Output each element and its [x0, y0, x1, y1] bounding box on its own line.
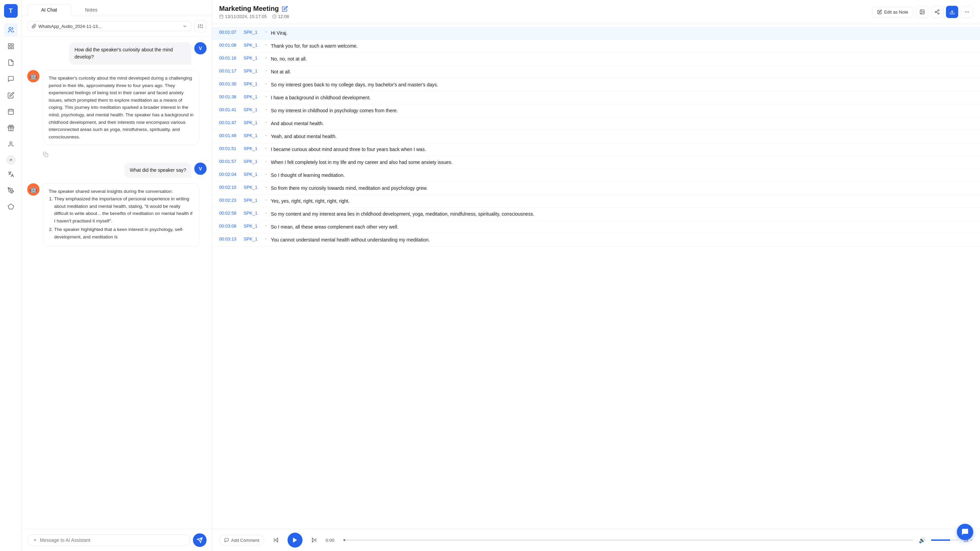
transcript-speaker: SPK_1 [243, 146, 264, 151]
share-button[interactable] [931, 6, 943, 18]
sidebar-item-people[interactable] [4, 23, 18, 37]
transcript-row[interactable]: 00:01:08 SPK_1 Thank you for, for such a… [212, 40, 980, 53]
edit-title-icon[interactable] [282, 6, 288, 12]
transcript-row[interactable]: 00:01:38 SPK_1 I have a background in ch… [212, 92, 980, 105]
transcript-chevron-icon [264, 94, 271, 98]
file-selector-button[interactable]: WhatsApp_Audio_2024-11-13... [27, 21, 192, 31]
transcript-speaker: SPK_1 [243, 211, 264, 216]
sliders-icon [198, 24, 203, 29]
sidebar-item-user[interactable] [4, 137, 18, 151]
transcript-row[interactable]: 00:01:17 SPK_1 Not at all. [212, 66, 980, 79]
transcript-chevron-icon [264, 43, 271, 47]
tab-notes[interactable]: Notes [71, 4, 111, 16]
transcript-time: 00:01:30 [219, 81, 243, 86]
sidebar-item-diamond[interactable] [4, 200, 18, 214]
app-logo: T [4, 4, 18, 18]
ai-avatar-2: 🤖 [27, 183, 40, 195]
volume-slider[interactable] [931, 540, 958, 541]
transcript-row[interactable]: 00:02:04 SPK_1 So I thought of learning … [212, 169, 980, 182]
transcript-speaker: SPK_1 [243, 81, 264, 86]
transcript-chevron-icon [264, 198, 271, 202]
ai-avatar-1: 🤖 [27, 70, 40, 82]
filter-settings-button[interactable] [194, 20, 207, 32]
more-options-button[interactable] [961, 6, 973, 18]
user-bubble-2: What did the speaker say? [124, 163, 192, 178]
sidebar-item-calendar[interactable] [4, 105, 18, 118]
transcript-chevron-icon [264, 81, 271, 86]
user-message-1: How did the speaker's curiosity about th… [27, 42, 207, 65]
transcript-area: 00:01:07 SPK_1 Hi Viraj. 00:01:08 SPK_1 … [212, 24, 980, 529]
progress-bar[interactable] [343, 540, 913, 541]
transcript-time: 00:03:13 [219, 237, 243, 241]
sidebar-item-file[interactable] [4, 56, 18, 69]
support-chat-button[interactable] [957, 524, 973, 540]
transcript-row[interactable]: 00:01:41 SPK_1 So my interest in childho… [212, 105, 980, 118]
play-button[interactable] [288, 533, 302, 548]
header-actions: Edit as Note [872, 6, 973, 18]
add-comment-button[interactable]: Add Comment [219, 535, 264, 546]
sidebar-item-pen[interactable] [4, 184, 18, 197]
transcript-row[interactable]: 00:01:47 SPK_1 And about mental health. [212, 118, 980, 130]
edit-as-note-button[interactable]: Edit as Note [872, 7, 913, 17]
volume-icon: 🔊 [919, 537, 926, 543]
transcript-time: 00:02:23 [219, 198, 243, 203]
transcript-time: 00:03:08 [219, 224, 243, 229]
transcript-time: 00:02:10 [219, 185, 243, 190]
sidebar-item-translate[interactable] [4, 167, 18, 181]
transcript-row[interactable]: 00:03:13 SPK_1 You cannot understand men… [212, 233, 980, 246]
transcript-speaker: SPK_1 [243, 30, 264, 35]
transcript-row[interactable]: 00:02:58 SPK_1 So my content and my inte… [212, 208, 980, 221]
sidebar-item-gift[interactable] [4, 121, 18, 135]
transcript-speaker: SPK_1 [243, 107, 264, 112]
transcript-row[interactable]: 00:03:08 SPK_1 So I mean, all these area… [212, 221, 980, 233]
transcript-chevron-icon [264, 224, 271, 228]
transcript-speaker: SPK_1 [243, 133, 264, 138]
transcript-text: Yeah, and about mental health. [271, 133, 973, 140]
sidebar-item-grid[interactable] [4, 40, 18, 53]
forward-button[interactable] [308, 534, 320, 546]
transcript-chevron-icon [264, 68, 271, 73]
transcript-time: 00:02:58 [219, 211, 243, 216]
transcript-speaker: SPK_1 [243, 56, 264, 60]
svg-marker-13 [8, 204, 14, 209]
share-icon [934, 9, 940, 14]
transcript-row[interactable]: 00:01:57 SPK_1 When I felt completely lo… [212, 156, 980, 169]
svg-point-0 [9, 27, 11, 30]
sidebar-expand-btn[interactable] [6, 155, 16, 165]
download-button[interactable] [946, 6, 958, 18]
sidebar: T [0, 0, 22, 551]
transcript-row[interactable]: 00:02:10 SPK_1 So from there my curiosit… [212, 182, 980, 195]
transcript-row[interactable]: 00:01:49 SPK_1 Yeah, and about mental he… [212, 130, 980, 143]
transcript-row[interactable]: 00:01:07 SPK_1 Hi Viraj. [212, 27, 980, 40]
ai-bubble-2-intro: The speaker shared several insights duri… [49, 189, 173, 194]
chat-input[interactable] [40, 537, 185, 543]
transcript-row[interactable]: 00:01:51 SPK_1 I became curious about mi… [212, 143, 980, 156]
ai-bubble-2: The speaker shared several insights duri… [43, 183, 199, 246]
download-icon [950, 9, 955, 14]
chevron-down-icon [182, 24, 187, 29]
send-button[interactable] [193, 533, 207, 547]
ai-list-item-2: The speaker highlighted that a keen inte… [54, 226, 194, 240]
sidebar-item-edit[interactable] [4, 89, 18, 102]
transcript-time: 00:01:47 [219, 120, 243, 125]
image-button[interactable] [916, 6, 928, 18]
ai-message-2: 🤖 The speaker shared several insights du… [27, 183, 207, 246]
sparkle-icon: ✦ [33, 537, 37, 543]
ai-bubble-1: The speaker's curiosity about the mind d… [43, 70, 199, 145]
svg-rect-1 [8, 44, 10, 46]
svg-line-36 [937, 12, 938, 13]
copy-button-1[interactable] [43, 152, 207, 157]
svg-point-39 [967, 11, 967, 12]
rewind-button[interactable] [270, 534, 282, 546]
transcript-text: When I felt completely lost in my life a… [271, 159, 973, 166]
transcript-speaker: SPK_1 [243, 120, 264, 125]
support-chat-icon [961, 528, 969, 536]
transcript-speaker: SPK_1 [243, 94, 264, 99]
transcript-speaker: SPK_1 [243, 159, 264, 164]
svg-marker-42 [275, 538, 278, 542]
transcript-row[interactable]: 00:01:16 SPK_1 No, no, not at all. [212, 53, 980, 66]
transcript-row[interactable]: 00:02:23 SPK_1 Yes, yes, right, right, r… [212, 195, 980, 208]
transcript-row[interactable]: 00:01:30 SPK_1 So my interest goes back … [212, 79, 980, 92]
tab-ai-chat[interactable]: AI Chat [27, 4, 71, 16]
sidebar-item-chat[interactable] [4, 72, 18, 86]
